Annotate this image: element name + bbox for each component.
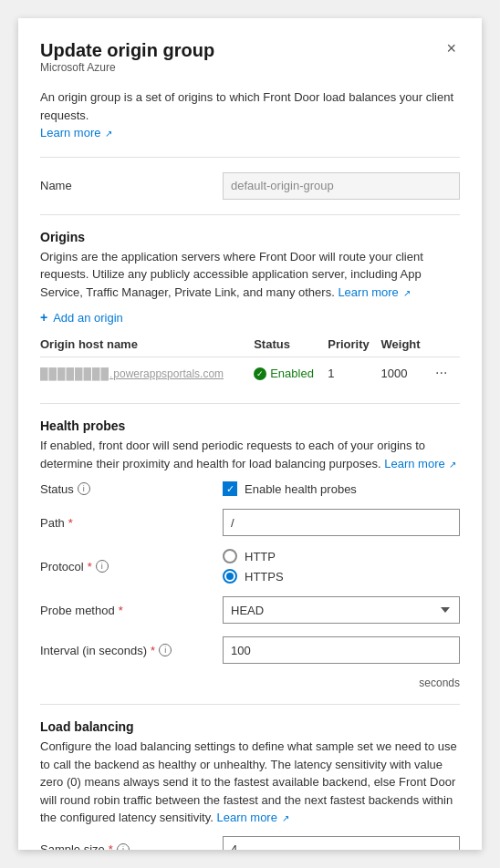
origin-actions-cell: ··· — [432, 357, 460, 389]
http-radio-label: HTTP — [245, 550, 276, 563]
intro-learn-more-link[interactable]: Learn more ↗ — [40, 126, 112, 140]
name-input[interactable] — [223, 172, 460, 200]
health-path-label: Path * — [40, 516, 223, 530]
protocol-https-row: HTTPS — [223, 569, 460, 584]
close-button[interactable]: × — [443, 40, 460, 57]
origins-title: Origins — [40, 230, 460, 244]
load-balancing-desc: Configure the load balancing settings to… — [40, 738, 460, 827]
health-protocol-control: HTTP HTTPS — [223, 549, 460, 584]
col-priority: Priority — [328, 334, 380, 357]
external-link-icon: ↗ — [102, 129, 112, 139]
origins-table: Origin host name Status Priority Weight … — [40, 334, 460, 388]
origin-host[interactable]: ████████.powerappsportals.com — [40, 367, 224, 380]
origin-weight-cell: 1000 — [381, 357, 432, 389]
col-weight: Weight — [381, 334, 432, 357]
sample-size-input[interactable] — [223, 836, 460, 851]
interval-unit: seconds — [40, 677, 460, 689]
health-status-control: Enable health probes — [223, 481, 460, 496]
interval-required-star: * — [151, 644, 155, 657]
interval-info-icon[interactable]: i — [159, 644, 172, 656]
divider-4 — [40, 704, 460, 705]
https-radio[interactable] — [223, 569, 237, 584]
panel-title: Update origin group — [40, 40, 214, 61]
add-origin-button[interactable]: + Add an origin — [40, 310, 123, 325]
health-probes-desc: If enabled, front door will send periodi… — [40, 437, 460, 472]
origin-status-cell: Enabled — [254, 357, 328, 389]
protocol-required-star: * — [88, 560, 92, 574]
health-protocol-label: Protocol * i — [40, 560, 223, 574]
divider-3 — [40, 403, 460, 404]
status-dot-icon — [254, 367, 266, 380]
origin-priority-cell: 1 — [328, 357, 380, 389]
name-label: Name — [40, 179, 223, 192]
http-radio[interactable] — [223, 549, 237, 563]
path-required-star: * — [68, 516, 73, 530]
load-balancing-learn-more-link[interactable]: Learn more ↗ — [216, 811, 288, 824]
probe-method-label: Probe method * — [40, 604, 223, 617]
health-probes-learn-more-link[interactable]: Learn more ↗ — [384, 457, 456, 470]
origins-table-header-row: Origin host name Status Priority Weight — [40, 334, 460, 357]
origins-desc: Origins are the application servers wher… — [40, 248, 460, 302]
name-row: Name — [40, 172, 460, 200]
health-path-input[interactable] — [223, 509, 460, 536]
origin-actions-button[interactable]: ··· — [432, 365, 451, 381]
enable-health-probes-row: Enable health probes — [223, 481, 460, 496]
origins-section: Origins Origins are the application serv… — [40, 230, 460, 389]
origins-external-link-icon: ↗ — [401, 288, 411, 298]
health-path-control — [223, 509, 460, 536]
origin-host-prefix: ████████. — [40, 367, 113, 380]
divider-1 — [40, 157, 460, 158]
health-status-info-icon[interactable]: i — [78, 482, 90, 495]
panel-subtitle: Microsoft Azure — [40, 61, 214, 74]
sample-size-label: Sample size * i — [40, 842, 223, 850]
origins-table-body: ████████.powerappsportals.com Enabled 1 … — [40, 357, 460, 389]
load-balancing-section: Load balancing Configure the load balanc… — [40, 719, 460, 850]
protocol-radio-group: HTTP HTTPS — [223, 549, 460, 584]
probe-method-row: Probe method * HEAD GET — [40, 596, 460, 624]
health-status-row: Status i Enable health probes — [40, 481, 460, 496]
plus-icon: + — [40, 310, 47, 325]
interval-control — [223, 636, 460, 664]
lb-external-link-icon: ↗ — [279, 813, 289, 823]
enable-health-probes-checkbox[interactable] — [223, 481, 237, 496]
https-radio-label: HTTPS — [245, 570, 284, 584]
health-probes-section: Health probes If enabled, front door wil… — [40, 418, 460, 689]
load-balancing-title: Load balancing — [40, 719, 460, 734]
probe-method-control: HEAD GET — [223, 596, 460, 624]
origins-table-head: Origin host name Status Priority Weight — [40, 334, 460, 357]
header-text: Update origin group Microsoft Azure — [40, 40, 214, 87]
probe-method-required-star: * — [119, 604, 123, 617]
origin-host-cell: ████████.powerappsportals.com — [40, 357, 254, 389]
health-path-row: Path * — [40, 509, 460, 536]
col-status: Status — [254, 334, 328, 357]
sample-size-required-star: * — [109, 842, 113, 850]
intro-description: An origin group is a set of origins to w… — [40, 88, 460, 142]
protocol-http-row: HTTP — [223, 549, 460, 563]
origins-learn-more-link[interactable]: Learn more ↗ — [338, 285, 410, 299]
enable-health-probes-label: Enable health probes — [245, 482, 357, 496]
sample-size-row: Sample size * i — [40, 836, 460, 851]
interval-label: Interval (in seconds) * i — [40, 644, 223, 657]
probe-method-select[interactable]: HEAD GET — [223, 596, 460, 624]
interval-row: Interval (in seconds) * i — [40, 636, 460, 664]
health-status-label: Status i — [40, 482, 223, 496]
health-external-link-icon: ↗ — [447, 460, 457, 470]
interval-input[interactable] — [223, 636, 460, 664]
status-badge: Enabled — [254, 367, 314, 380]
sample-size-control — [223, 836, 460, 851]
health-probes-title: Health probes — [40, 418, 460, 433]
table-row: ████████.powerappsportals.com Enabled 1 … — [40, 357, 460, 389]
name-field-wrap — [223, 172, 460, 200]
panel-header: Update origin group Microsoft Azure × — [40, 40, 460, 87]
divider-2 — [40, 214, 460, 215]
health-protocol-row: Protocol * i HTTP HTTPS — [40, 549, 460, 584]
protocol-info-icon[interactable]: i — [96, 560, 109, 573]
col-actions — [432, 334, 460, 357]
col-host: Origin host name — [40, 334, 254, 357]
update-origin-group-panel: Update origin group Microsoft Azure × An… — [18, 18, 482, 850]
sample-size-info-icon[interactable]: i — [117, 843, 130, 851]
